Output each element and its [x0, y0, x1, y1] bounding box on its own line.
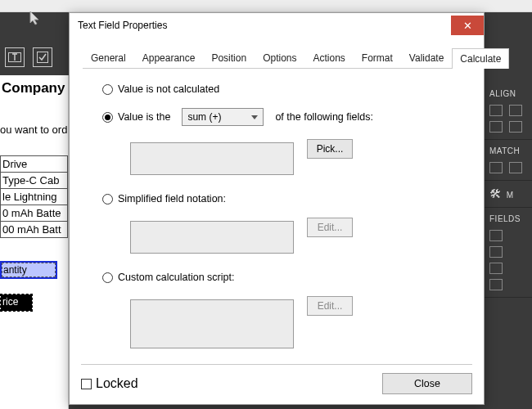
edit-script-button: Edit... [307, 296, 353, 316]
wrench-icon: 🛠 [489, 187, 501, 200]
svg-rect-1 [38, 52, 48, 63]
field-icon[interactable] [489, 230, 503, 241]
label-custom-script: Custom calculation script: [118, 272, 234, 283]
field-icon[interactable] [489, 279, 503, 290]
close-button[interactable]: Close [382, 373, 472, 394]
panel-section-align: ALIGN [489, 89, 527, 98]
table-row: 0 mAh Batte [0, 205, 68, 222]
text-field-properties-dialog: Text Field Properties ✕ General Appearan… [69, 12, 485, 405]
radio-value-is-the[interactable] [102, 112, 113, 123]
close-icon[interactable]: ✕ [451, 16, 484, 35]
tab-calculate[interactable]: Calculate [452, 48, 509, 69]
table-row: 00 mAh Batt [0, 222, 68, 238]
combo-value: sum (+) [187, 111, 221, 123]
tab-position[interactable]: Position [203, 47, 255, 68]
align-icon[interactable] [489, 121, 503, 133]
operation-combo[interactable]: sum (+) [182, 108, 264, 126]
dialog-title: Text Field Properties [78, 20, 167, 31]
tab-bar: General Appearance Position Options Acti… [83, 47, 471, 69]
radio-custom-script[interactable] [102, 272, 113, 283]
form-field[interactable]: rice [0, 294, 33, 312]
tab-format[interactable]: Format [354, 47, 401, 68]
tab-options[interactable]: Options [255, 47, 304, 68]
panel-section-fields: FIELDS [489, 214, 527, 223]
dialog-titlebar[interactable]: Text Field Properties ✕ [70, 13, 484, 38]
label-value-is-the: Value is the [118, 111, 170, 123]
doc-heading: Company [0, 75, 68, 97]
pick-button[interactable]: Pick... [307, 139, 353, 159]
table-row: Drive [0, 155, 68, 173]
simplified-notation-box [130, 221, 294, 254]
fields-listbox[interactable] [130, 142, 294, 175]
edit-simplified-button: Edit... [307, 218, 353, 237]
textfield-tool-icon[interactable] [5, 47, 25, 67]
doc-table-rows: Drive Type-C Cab le Lightning 0 mAh Batt… [0, 155, 68, 238]
align-icon[interactable] [509, 105, 522, 116]
selected-form-field[interactable]: antity [0, 261, 57, 279]
label-simplified-notation: Simplified field notation: [118, 193, 226, 204]
calculate-tab-content: Value is not calculated Value is the sum… [83, 69, 471, 348]
cursor-icon [29, 11, 42, 25]
tab-appearance[interactable]: Appearance [134, 47, 204, 68]
locked-checkbox-label[interactable]: Locked [81, 376, 138, 391]
radio-not-calculated[interactable] [102, 84, 113, 95]
match-icon[interactable] [509, 162, 522, 173]
tab-general[interactable]: General [83, 47, 134, 68]
document-canvas: Company ou want to ord Drive Type-C Cab … [0, 75, 69, 409]
align-icon[interactable] [509, 121, 522, 133]
locked-checkbox[interactable] [81, 379, 92, 389]
align-icon[interactable] [489, 105, 503, 116]
field-icon[interactable] [489, 246, 503, 258]
form-tools-row [0, 43, 69, 72]
tab-validate[interactable]: Validate [401, 47, 452, 68]
field-icon[interactable] [489, 263, 503, 274]
table-row: Type-C Cab [0, 173, 68, 189]
tab-actions[interactable]: Actions [304, 47, 353, 68]
checkbox-tool-icon[interactable] [33, 47, 52, 67]
label-of-following: of the following fields: [275, 111, 373, 123]
window-topbar [0, 0, 532, 12]
panel-section-match: MATCH [489, 146, 527, 155]
label-not-calculated: Value is not calculated [118, 83, 219, 95]
table-row: le Lightning [0, 189, 68, 205]
match-icon[interactable] [489, 162, 503, 173]
panel-m-label: M [507, 191, 513, 200]
chevron-down-icon [251, 115, 258, 119]
right-panel: ALIGN MATCH 🛠 M FIELDS [485, 12, 532, 409]
radio-simplified-notation[interactable] [102, 194, 113, 204]
custom-script-box [130, 299, 294, 348]
doc-text-fragment: ou want to ord [0, 124, 68, 136]
